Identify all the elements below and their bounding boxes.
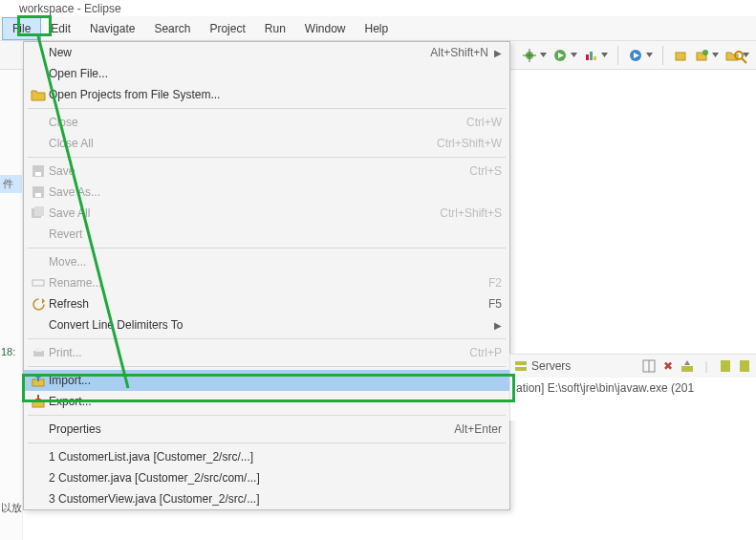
save-as-icon	[28, 184, 49, 200]
menu-item-label: Close	[49, 116, 466, 129]
servers-body: ation] E:\soft\jre\bin\javaw.exe (201	[510, 378, 756, 399]
svg-rect-42	[740, 360, 749, 372]
toolbar-separator	[662, 46, 663, 65]
page-layout-icon[interactable]	[641, 358, 657, 374]
toolbar-group-new-class	[694, 48, 719, 63]
quick-access-search-icon[interactable]	[731, 48, 750, 67]
menu-file[interactable]: File	[2, 17, 41, 40]
menu-window[interactable]: Window	[295, 18, 356, 39]
new-class-icon[interactable]	[694, 48, 709, 63]
menu-item-label: Save As...	[49, 185, 502, 199]
menu-item-accel: Alt+Enter	[454, 422, 502, 436]
svg-marker-10	[601, 53, 608, 57]
toolbar-group-coverage	[583, 48, 608, 63]
menu-item-accel: F5	[488, 297, 502, 311]
blank-icon	[28, 115, 49, 130]
menu-open-file[interactable]: Open File...	[24, 63, 509, 84]
menu-close[interactable]: Close Ctrl+W	[24, 112, 509, 133]
svg-rect-24	[35, 193, 41, 197]
menu-refresh[interactable]: Refresh F5	[24, 293, 509, 314]
coverage-icon[interactable]	[583, 48, 598, 63]
menu-recent-1[interactable]: 1 CustomerList.java [Customer_2/src/...]	[24, 446, 509, 467]
menu-navigate[interactable]: Navigate	[80, 18, 144, 39]
dropdown-icon[interactable]	[540, 53, 547, 57]
new-package-icon[interactable]	[673, 48, 688, 63]
servers-tab[interactable]: Servers	[514, 359, 637, 373]
toolbar-group-debug	[522, 48, 547, 63]
svg-rect-39	[681, 366, 693, 372]
run-icon[interactable]	[552, 48, 568, 63]
menu-save[interactable]: Save Ctrl+S	[24, 161, 509, 182]
print-icon	[28, 345, 49, 360]
menu-properties[interactable]: Properties Alt+Enter	[24, 419, 509, 440]
menu-separator	[28, 157, 506, 158]
menu-rename[interactable]: Rename... F2	[24, 272, 509, 293]
menu-save-all[interactable]: Save All Ctrl+Shift+S	[24, 203, 509, 224]
menu-item-label: Rename...	[49, 276, 488, 290]
menu-item-accel: Ctrl+Shift+S	[440, 206, 502, 220]
menu-import[interactable]: Import...	[24, 370, 509, 391]
servers-title-label: Servers	[531, 359, 571, 373]
menu-item-label: Save All	[49, 206, 440, 220]
menu-separator	[28, 443, 506, 443]
menu-move[interactable]: Move...	[24, 251, 509, 272]
left-gutter: 件 18: 以放	[0, 70, 23, 540]
svg-marker-13	[646, 53, 653, 57]
dropdown-icon[interactable]	[571, 53, 577, 57]
menu-print[interactable]: Print... Ctrl+P	[24, 342, 509, 363]
menu-help[interactable]: Help	[356, 18, 399, 39]
menu-export[interactable]: Export...	[24, 391, 509, 412]
menu-item-accel: Ctrl+P	[469, 346, 502, 359]
menu-item-label: Properties	[49, 422, 454, 436]
menu-item-accel: Alt+Shift+N	[430, 46, 488, 59]
menu-edit[interactable]: Edit	[41, 18, 80, 39]
folder-icon	[28, 87, 49, 102]
menu-run[interactable]: Run	[255, 18, 295, 39]
menu-separator	[28, 366, 506, 367]
remove-icon[interactable]: ✖	[660, 358, 676, 374]
dropdown-icon[interactable]	[712, 53, 719, 57]
svg-rect-7	[586, 54, 589, 60]
svg-rect-27	[32, 280, 44, 286]
menu-recent-2[interactable]: 2 Customer.java [Customer_2/src/com/...]	[24, 467, 509, 488]
blank-icon	[28, 491, 49, 507]
menu-close-all[interactable]: Close All Ctrl+Shift+W	[24, 133, 509, 154]
debug-server-icon[interactable]	[737, 358, 752, 374]
menu-separator	[28, 108, 506, 109]
dropdown-icon[interactable]	[601, 53, 608, 57]
menu-save-as[interactable]: Save As...	[24, 182, 509, 203]
svg-marker-28	[42, 298, 45, 304]
server-run-icon[interactable]	[628, 48, 643, 63]
menu-revert[interactable]: Revert	[24, 224, 509, 245]
debug-icon[interactable]	[522, 48, 537, 63]
svg-rect-41	[721, 360, 730, 372]
svg-rect-30	[35, 348, 42, 352]
menu-item-accel: Ctrl+S	[469, 164, 502, 178]
menu-item-label: 1 CustomerList.java [Customer_2/src/...]	[49, 450, 502, 464]
servers-header: Servers ✖ |	[510, 355, 756, 378]
start-server-icon[interactable]	[718, 358, 733, 374]
menu-bar: File Edit Navigate Search Project Run Wi…	[0, 16, 756, 41]
menu-item-accel: Ctrl+W	[466, 116, 502, 129]
dropdown-icon[interactable]	[646, 53, 653, 57]
blank-icon	[28, 449, 49, 464]
import-icon	[28, 373, 49, 388]
menu-recent-3[interactable]: 3 CustomerView.java [Customer_2/src/...]	[24, 488, 509, 509]
refresh-icon	[28, 296, 49, 312]
menu-open-projects[interactable]: Open Projects from File System...	[24, 84, 509, 105]
menu-convert-delimiters[interactable]: Convert Line Delimiters To ▶	[24, 314, 509, 335]
menu-item-label: Export...	[49, 395, 502, 408]
menu-item-label: Open File...	[49, 67, 502, 80]
menu-item-label: Close All	[49, 137, 437, 150]
blank-icon	[28, 317, 49, 333]
menu-search[interactable]: Search	[144, 18, 200, 39]
publish-icon[interactable]	[680, 358, 695, 374]
blank-icon	[28, 227, 49, 242]
menu-item-label: Refresh	[49, 297, 488, 311]
menu-separator	[28, 338, 506, 339]
menu-project[interactable]: Project	[200, 18, 254, 39]
rename-icon	[28, 275, 49, 291]
menu-new[interactable]: New Alt+Shift+N ▶	[24, 42, 509, 63]
menu-item-label: Print...	[49, 346, 469, 359]
menu-item-label: Revert	[49, 227, 502, 241]
